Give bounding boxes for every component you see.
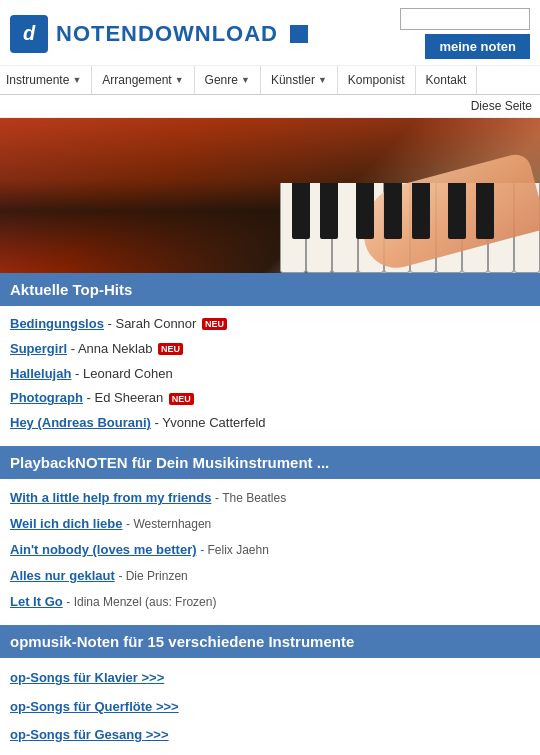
song-title-letitgo[interactable]: Let It Go — [10, 594, 63, 609]
piano-black-key — [476, 183, 494, 239]
gesang-link[interactable]: op-Songs für Gesang >>> — [10, 727, 169, 742]
song-title-bedingungslos[interactable]: Bedingungslos — [10, 316, 104, 331]
neu-badge: NEU — [202, 318, 227, 330]
neu-badge: NEU — [169, 393, 194, 405]
diese-seite-text: Diese Seite — [471, 99, 532, 113]
list-item: Bedingungslos - Sarah Connor NEU — [10, 312, 530, 337]
nav-label-kontakt: Kontakt — [426, 73, 467, 87]
list-item: Alles nur geklaut - Die Prinzen — [10, 563, 530, 589]
chevron-down-icon: ▼ — [318, 75, 327, 85]
song-title-hallelujah[interactable]: Hallelujah — [10, 366, 71, 381]
logo-icon: d — [10, 15, 48, 53]
song-title-weil[interactable]: Weil ich dich liebe — [10, 516, 122, 531]
nav-label-genre: Genre — [205, 73, 238, 87]
meine-noten-button[interactable]: meine noten — [425, 34, 530, 59]
list-item: Weil ich dich liebe - Westernhagen — [10, 511, 530, 537]
song-artist: - Die Prinzen — [118, 569, 187, 583]
piano-black-key — [412, 183, 430, 239]
nav-item-genre[interactable]: Genre ▼ — [195, 66, 261, 94]
song-title-aint[interactable]: Ain't nobody (loves me better) — [10, 542, 197, 557]
piano-black-key — [448, 183, 466, 239]
list-item: Let It Go - Idina Menzel (aus: Frozen) — [10, 589, 530, 615]
song-title-photograph[interactable]: Photograph — [10, 390, 83, 405]
list-item: Hey (Andreas Bourani) - Yvonne Catterfel… — [10, 411, 530, 436]
song-artist: - Idina Menzel (aus: Frozen) — [66, 595, 216, 609]
klavier-link[interactable]: op-Songs für Klavier >>> — [10, 670, 164, 685]
song-artist: - Leonard Cohen — [75, 366, 173, 381]
song-artist: - Sarah Connor — [108, 316, 201, 331]
list-item: op-Songs für Saxophon >>> — [10, 749, 530, 755]
list-item: Ain't nobody (loves me better) - Felix J… — [10, 537, 530, 563]
logo-square — [290, 25, 308, 43]
nav-item-instrumente[interactable]: Instrumente ▼ — [0, 66, 92, 94]
page-header: d NOTENDOWNLOAD meine noten — [0, 0, 540, 66]
song-title-hey[interactable]: Hey (Andreas Bourani) — [10, 415, 151, 430]
nav-item-kontakt[interactable]: Kontakt — [416, 66, 478, 94]
search-input[interactable] — [400, 8, 530, 30]
list-item: op-Songs für Klavier >>> — [10, 664, 530, 692]
song-artist: - Yvonne Catterfeld — [155, 415, 266, 430]
playback-header: PlaybackNOTEN für Dein Musikinstrument .… — [0, 446, 540, 479]
song-title-supergirl[interactable]: Supergirl — [10, 341, 67, 356]
song-title-alles[interactable]: Alles nur geklaut — [10, 568, 115, 583]
piano-black-key — [320, 183, 338, 239]
diese-seite-bar: Diese Seite — [0, 95, 540, 118]
logo-text: NOTENDOWNLOAD — [56, 21, 278, 47]
nav-label-komponist: Komponist — [348, 73, 405, 87]
nav-label-arrangement: Arrangement — [102, 73, 171, 87]
neu-badge: NEU — [158, 343, 183, 355]
hero-image — [0, 118, 540, 273]
instruments-content: op-Songs für Klavier >>> op-Songs für Qu… — [0, 658, 540, 755]
list-item: Supergirl - Anna Neklab NEU — [10, 337, 530, 362]
top-hits-content: Bedingungslos - Sarah Connor NEU Supergi… — [0, 306, 540, 446]
playback-content: With a little help from my friends - The… — [0, 479, 540, 625]
instruments-header: opmusik-Noten für 15 verschiedene Instru… — [0, 625, 540, 658]
song-artist: - Felix Jaehn — [200, 543, 269, 557]
chevron-down-icon: ▼ — [175, 75, 184, 85]
querflote-link[interactable]: op-Songs für Querflöte >>> — [10, 699, 179, 714]
song-title-beatles[interactable]: With a little help from my friends — [10, 490, 211, 505]
list-item: op-Songs für Querflöte >>> — [10, 693, 530, 721]
chevron-down-icon: ▼ — [241, 75, 250, 85]
nav-item-kuenstler[interactable]: Künstler ▼ — [261, 66, 338, 94]
song-artist: - Anna Neklab — [71, 341, 156, 356]
list-item: Hallelujah - Leonard Cohen — [10, 362, 530, 387]
nav-item-komponist[interactable]: Komponist — [338, 66, 416, 94]
song-artist: - The Beatles — [215, 491, 286, 505]
list-item: op-Songs für Gesang >>> — [10, 721, 530, 749]
chevron-down-icon: ▼ — [72, 75, 81, 85]
nav-bar: Instrumente ▼ Arrangement ▼ Genre ▼ Küns… — [0, 66, 540, 95]
song-artist: - Westernhagen — [126, 517, 211, 531]
piano-black-key — [384, 183, 402, 239]
piano-black-key — [292, 183, 310, 239]
list-item: With a little help from my friends - The… — [10, 485, 530, 511]
logo-area: d NOTENDOWNLOAD — [10, 15, 308, 53]
nav-label-kuenstler: Künstler — [271, 73, 315, 87]
nav-item-arrangement[interactable]: Arrangement ▼ — [92, 66, 194, 94]
header-right: meine noten — [400, 8, 530, 59]
song-artist: - Ed Sheeran — [87, 390, 167, 405]
list-item: Photograph - Ed Sheeran NEU — [10, 386, 530, 411]
piano-black-key — [356, 183, 374, 239]
top-hits-header: Aktuelle Top-Hits — [0, 273, 540, 306]
nav-label-instrumente: Instrumente — [6, 73, 69, 87]
